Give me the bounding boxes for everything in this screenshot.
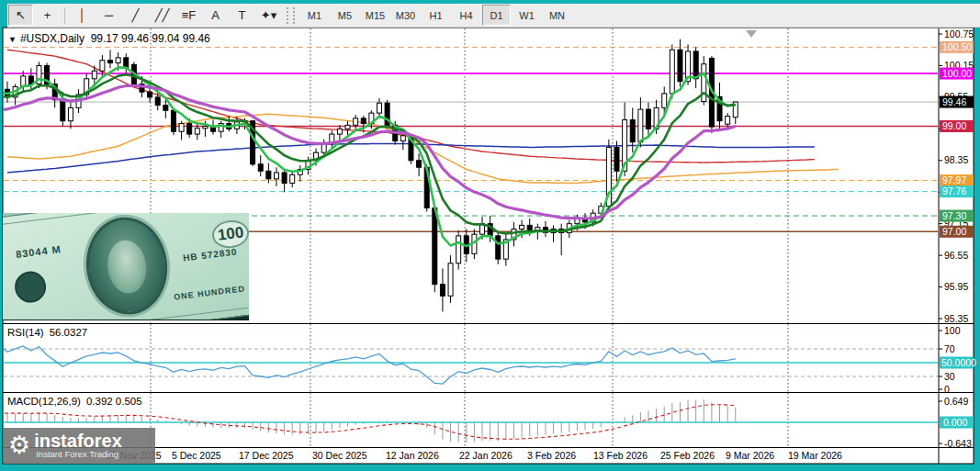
date-tick-label: 9 Mar 2026 xyxy=(726,450,774,461)
toolbar-separator xyxy=(64,7,65,24)
macd-indicator-label: MACD(12,26,9)0.392 0.505 xyxy=(7,396,142,407)
svg-text:30: 30 xyxy=(944,371,955,382)
price-tick-label: 98.35 xyxy=(944,154,968,165)
price-badge-label: 100.50 xyxy=(942,41,972,52)
svg-text:50.0000: 50.0000 xyxy=(941,357,976,368)
chart-symbol-period: #USDX,Daily xyxy=(20,32,84,45)
price-badge-label: 99.46 xyxy=(942,96,966,107)
date-tick-label: 19 Mar 2026 xyxy=(788,450,842,461)
price-tick-label: 96.55 xyxy=(944,250,968,261)
horizontal-line-tool-button[interactable]: ─ xyxy=(96,5,121,26)
gear-bull-icon: ⚙ xyxy=(8,433,30,458)
fibonacci-tool-button[interactable]: ≡F xyxy=(176,5,201,26)
crosshair-tool-button[interactable]: + xyxy=(35,5,60,26)
chart-ohlc: 99.17 99.46 99.04 99.46 xyxy=(91,32,210,45)
price-badge-label: 99.00 xyxy=(942,120,966,131)
timeframe-mn-button[interactable]: MN xyxy=(543,5,571,26)
rsi-name: RSI(14) xyxy=(7,327,44,338)
svg-text:70: 70 xyxy=(944,343,955,354)
svg-text:-0.643: -0.643 xyxy=(944,438,972,449)
vertical-line-tool-button[interactable]: │ xyxy=(70,5,95,26)
price-tick-label: 95.35 xyxy=(944,313,968,324)
price-tick-label: 100.75 xyxy=(944,28,974,39)
date-tick-label: 13 Feb 2026 xyxy=(593,450,648,461)
macd-name: MACD(12,26,9) xyxy=(7,396,81,407)
price-badge-label: 97.76 xyxy=(942,185,966,196)
date-tick-label: 3 Feb 2026 xyxy=(527,450,576,461)
date-axis[interactable]: 25 Nov 20255 Dec 202517 Dec 202530 Dec 2… xyxy=(107,450,842,461)
timeframe-d1-button[interactable]: D1 xyxy=(482,5,511,26)
trendline-tool-button[interactable]: ╱ xyxy=(123,5,148,26)
svg-text:0.649: 0.649 xyxy=(944,396,968,407)
macd-values: 0.392 0.505 xyxy=(86,396,142,407)
date-tick-label: 22 Jan 2026 xyxy=(459,450,513,461)
svg-text:0.000: 0.000 xyxy=(943,417,967,428)
date-tick-label: 30 Dec 2025 xyxy=(312,450,367,461)
cursor-tool-button[interactable]: ↖ xyxy=(8,5,33,26)
instaforex-logo: ⚙ instaforex Instant Forex Trading xyxy=(3,428,155,463)
timeframe-m30-button[interactable]: M30 xyxy=(391,5,420,26)
date-tick-label: 5 Dec 2025 xyxy=(172,450,221,461)
date-tick-label: 12 Jan 2026 xyxy=(386,450,439,461)
dollar-bill-image: 83044 M HB 572830 ONE HUNDRED 100 xyxy=(3,213,249,320)
equidistant-channel-tool-button[interactable]: ╱╱ xyxy=(150,5,175,26)
hundred-dollar-bill xyxy=(3,213,249,320)
logo-brand-text: instaforex xyxy=(34,432,122,449)
price-badge-label: 100.00 xyxy=(942,68,972,79)
toolbar-grip[interactable] xyxy=(287,7,295,24)
date-tick-label: 25 Feb 2026 xyxy=(660,450,715,461)
rsi-indicator-label: RSI(14)56.0327 xyxy=(7,327,87,338)
text-tool-button[interactable]: A xyxy=(203,5,228,26)
svg-text:0: 0 xyxy=(944,384,950,395)
text-label-tool-button[interactable]: T xyxy=(230,5,254,26)
date-tick-label: 17 Dec 2025 xyxy=(239,450,294,461)
timeframe-m1-button[interactable]: M1 xyxy=(300,5,329,26)
logo-tagline: Instant Forex Trading xyxy=(36,449,122,459)
portrait-face xyxy=(105,238,150,296)
timeframe-m5-button[interactable]: M5 xyxy=(331,5,359,26)
rsi-value: 56.0327 xyxy=(50,327,88,338)
timeframe-m15-button[interactable]: M15 xyxy=(361,5,389,26)
timeframe-w1-button[interactable]: W1 xyxy=(513,5,541,26)
chart-dropdown-icon[interactable]: ▼ xyxy=(8,35,17,44)
price-badge-label: 97.30 xyxy=(942,210,966,221)
svg-text:100: 100 xyxy=(944,325,961,336)
toolbar: ↖+│─╱╱╱≡FAT✦▾M1M5M15M30H1H4D1W1MN xyxy=(7,4,980,28)
price-badge-label: 97.97 xyxy=(942,174,966,185)
price-badge-label: 97.00 xyxy=(942,226,966,237)
arrows-tool-button[interactable]: ✦▾ xyxy=(256,5,281,26)
timeframe-h1-button[interactable]: H1 xyxy=(422,5,450,26)
chart-title: ▼#USDX,Daily 99.17 99.46 99.04 99.46 xyxy=(8,32,210,45)
timeframe-h4-button[interactable]: H4 xyxy=(452,5,480,26)
price-tick-label: 95.95 xyxy=(944,281,968,292)
